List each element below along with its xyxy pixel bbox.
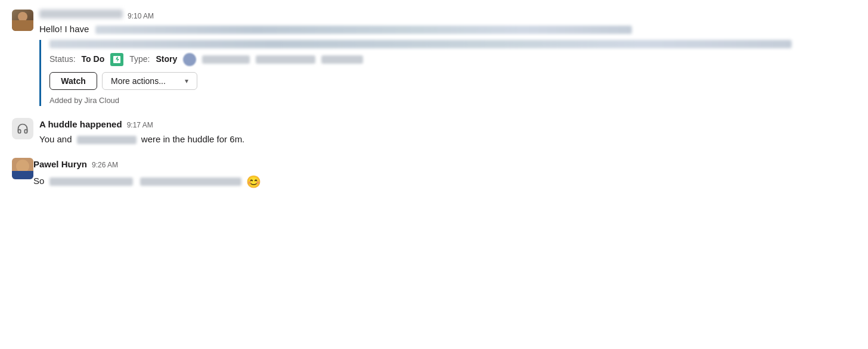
- more-actions-button[interactable]: More actions... ▾: [102, 72, 197, 90]
- jira-blurred-title: [49, 40, 792, 48]
- meta-blurred-3: [321, 55, 363, 64]
- message-1: 9:10 AM Hello! I have Status: To Do: [12, 10, 856, 106]
- chevron-down-icon: ▾: [185, 77, 188, 85]
- message-1-timestamp: 9:10 AM: [128, 11, 154, 21]
- status-label: Status:: [49, 53, 76, 66]
- avatar-pawel: [12, 158, 33, 179]
- huddle-timestamp: 9:17 AM: [127, 120, 153, 130]
- huddle-sender-name: A huddle happened: [39, 118, 122, 132]
- jira-meta: Status: To Do Type: Story: [49, 53, 856, 66]
- jira-actions: Watch More actions... ▾: [49, 72, 856, 90]
- status-value: To Do: [82, 53, 105, 66]
- pawel-text: So 😊: [33, 173, 856, 191]
- meta-blurred-2: [256, 55, 315, 64]
- avatar-huddle: [12, 118, 33, 139]
- huddle-participant-blurred: [77, 136, 137, 144]
- pawel-timestamp: 9:26 AM: [92, 160, 118, 170]
- meta-blurred-1: [202, 55, 250, 64]
- type-label: Type:: [129, 53, 150, 66]
- message-1-header: 9:10 AM: [39, 10, 856, 21]
- avatar-user1: [12, 10, 33, 31]
- message-pawel-content: Pawel Huryn 9:26 AM So 😊: [33, 158, 856, 194]
- message-pawel: Pawel Huryn 9:26 AM So 😊: [12, 158, 856, 194]
- pawel-emoji: 😊: [246, 175, 261, 188]
- messages-container: 9:10 AM Hello! I have Status: To Do: [0, 0, 868, 216]
- more-actions-label: More actions...: [111, 76, 166, 86]
- type-value: Story: [156, 53, 177, 66]
- pawel-blurred-1: [49, 177, 133, 186]
- jira-card: Status: To Do Type: Story Watch: [39, 40, 856, 107]
- message-huddle: A huddle happened 9:17 AM You and were i…: [12, 118, 856, 146]
- pawel-sender-name: Pawel Huryn: [33, 158, 87, 172]
- assignee-avatar-blurred: [183, 53, 196, 66]
- message-1-content: 9:10 AM Hello! I have Status: To Do: [39, 10, 856, 106]
- pawel-blurred-2: [140, 177, 241, 186]
- huddle-text: You and were in the huddle for 6m.: [39, 133, 856, 147]
- sender-name-blurred: [39, 10, 123, 18]
- message-1-text: Hello! I have: [39, 23, 856, 36]
- message-1-blurred-text: [95, 26, 632, 34]
- message-huddle-content: A huddle happened 9:17 AM You and were i…: [39, 118, 856, 146]
- message-pawel-header: Pawel Huryn 9:26 AM: [33, 158, 856, 172]
- watch-button[interactable]: Watch: [49, 72, 97, 90]
- jira-story-icon: [110, 53, 123, 66]
- added-by-text: Added by Jira Cloud: [49, 95, 856, 107]
- message-huddle-header: A huddle happened 9:17 AM: [39, 118, 856, 132]
